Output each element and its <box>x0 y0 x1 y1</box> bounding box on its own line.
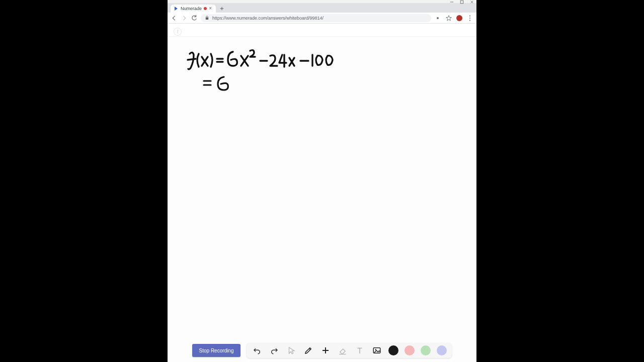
bottom-toolbar: Stop Recording <box>168 343 476 358</box>
svg-point-14 <box>177 33 178 33</box>
svg-rect-7 <box>206 18 208 20</box>
browser-menu-icon[interactable] <box>466 15 473 22</box>
svg-point-11 <box>469 20 470 21</box>
extension-badge-icon[interactable] <box>456 15 462 21</box>
text-tool[interactable] <box>354 345 365 356</box>
nav-back-button[interactable] <box>171 15 178 22</box>
svg-point-19 <box>375 349 376 350</box>
address-right-icons <box>434 15 473 22</box>
whiteboard-canvas[interactable]: Stop Recording <box>168 37 476 362</box>
window-controls <box>449 1 474 4</box>
window-maximize-button[interactable] <box>459 1 464 4</box>
window-minimize-button[interactable] <box>449 1 454 4</box>
browser-window: Numerade × https://www.numerade.com/answ… <box>168 0 476 362</box>
page-action-icon[interactable] <box>434 15 441 22</box>
window-titlebar <box>168 0 476 4</box>
address-bar-row: https://www.numerade.com/answers/whitebo… <box>168 13 476 24</box>
handwriting-line-2 <box>202 75 237 92</box>
tab-title: Numerade <box>181 6 202 11</box>
bookmark-star-icon[interactable] <box>445 15 452 22</box>
lock-icon <box>205 16 209 20</box>
recording-indicator-icon <box>204 7 207 10</box>
nav-reload-button[interactable] <box>191 15 198 22</box>
tab-close-icon[interactable]: × <box>209 6 212 11</box>
color-green[interactable] <box>421 345 431 355</box>
nav-forward-button[interactable] <box>181 15 188 22</box>
color-pink[interactable] <box>405 345 415 355</box>
tool-tray <box>247 343 452 358</box>
window-close-button[interactable] <box>469 1 474 4</box>
svg-point-10 <box>469 17 470 18</box>
undo-button[interactable] <box>252 345 263 356</box>
pen-tool[interactable] <box>303 345 314 356</box>
address-bar[interactable]: https://www.numerade.com/answers/whitebo… <box>201 14 431 22</box>
browser-tab[interactable]: Numerade × <box>171 5 216 13</box>
app-menu-icon[interactable] <box>174 28 182 36</box>
app-topbar <box>168 24 476 37</box>
add-tool[interactable] <box>320 345 331 356</box>
color-purple[interactable] <box>437 345 447 355</box>
svg-marker-4 <box>175 7 178 11</box>
svg-point-8 <box>437 17 439 19</box>
eraser-tool[interactable] <box>337 345 348 356</box>
tab-favicon-icon <box>174 6 179 11</box>
svg-point-9 <box>469 15 470 16</box>
address-url: https://www.numerade.com/answers/whitebo… <box>212 16 324 21</box>
redo-button[interactable] <box>269 345 280 356</box>
tab-strip: Numerade × <box>168 4 476 13</box>
svg-point-12 <box>177 30 178 31</box>
color-black[interactable] <box>388 345 398 355</box>
handwriting-line-1 <box>185 49 336 71</box>
svg-point-13 <box>177 31 178 32</box>
image-tool[interactable] <box>371 345 382 356</box>
cursor-tool[interactable] <box>286 345 297 356</box>
svg-rect-1 <box>460 1 463 4</box>
stop-recording-button[interactable]: Stop Recording <box>192 344 241 357</box>
new-tab-button[interactable] <box>218 5 226 13</box>
